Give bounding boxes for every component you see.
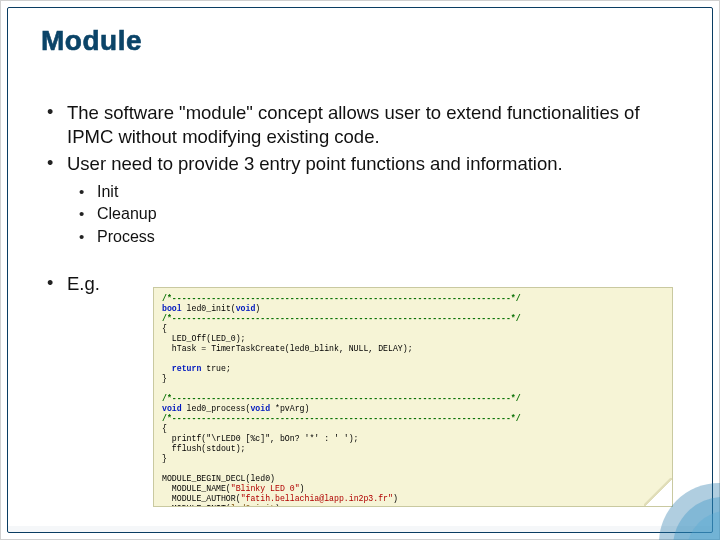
code-text: MODULE_NAME( (162, 484, 231, 493)
code-text: MODULE_INIT( (162, 504, 231, 507)
code-text: ) (393, 494, 398, 503)
code-ident: led0_init (231, 504, 275, 507)
sub-bullet-item: Process (79, 227, 671, 247)
bullet-item: User need to provide 3 entry point funct… (45, 152, 671, 176)
slide-body: The software "module" concept allows use… (45, 101, 671, 249)
code-text: { (162, 324, 167, 333)
code-keyword: return (162, 364, 201, 373)
code-text: *pvArg) (270, 404, 309, 413)
sub-bullet-item: Cleanup (79, 204, 671, 224)
example-label: E.g. (45, 273, 100, 295)
code-text: hTask = TimerTaskCreate(led0_blink, NULL… (162, 344, 413, 353)
page-curl-icon (644, 478, 672, 506)
code-keyword: bool (162, 304, 182, 313)
code-text: ) (275, 504, 280, 507)
code-text: } (162, 454, 167, 463)
slide: Module The software "module" concept all… (0, 0, 720, 540)
code-line: /*--------------------------------------… (162, 394, 521, 403)
code-text: fflush(stdout); (162, 444, 246, 453)
code-text: } (162, 374, 167, 383)
slide-title: Module (41, 25, 142, 57)
bullet-list: The software "module" concept allows use… (45, 101, 671, 176)
bullet-item: The software "module" concept allows use… (45, 101, 671, 148)
code-block: /*--------------------------------------… (153, 287, 673, 507)
code-text: ) (255, 304, 260, 313)
code-keyword: void (250, 404, 270, 413)
code-line: /*--------------------------------------… (162, 294, 521, 303)
code-line: /*--------------------------------------… (162, 314, 521, 323)
code-text: MODULE_AUTHOR( (162, 494, 241, 503)
code-text: true; (201, 364, 230, 373)
code-text: led0_process( (182, 404, 251, 413)
code-text: ) (300, 484, 305, 493)
code-string: "fatih.bellachia@lapp.in2p3.fr" (241, 494, 393, 503)
code-text: MODULE_BEGIN_DECL(led0) (162, 474, 275, 483)
code-line: /*--------------------------------------… (162, 414, 521, 423)
code-keyword: void (236, 304, 256, 313)
code-keyword: void (162, 404, 182, 413)
code-text: led0_init( (182, 304, 236, 313)
sub-bullet-list: Init Cleanup Process (79, 182, 671, 247)
code-text: printf("\rLED0 [%c]", bOn? '*' : ' '); (162, 434, 359, 443)
code-text: { (162, 424, 167, 433)
sub-bullet-item: Init (79, 182, 671, 202)
code-string: "Blinky LED 0" (231, 484, 300, 493)
code-text: LED_Off(LED_0); (162, 334, 246, 343)
